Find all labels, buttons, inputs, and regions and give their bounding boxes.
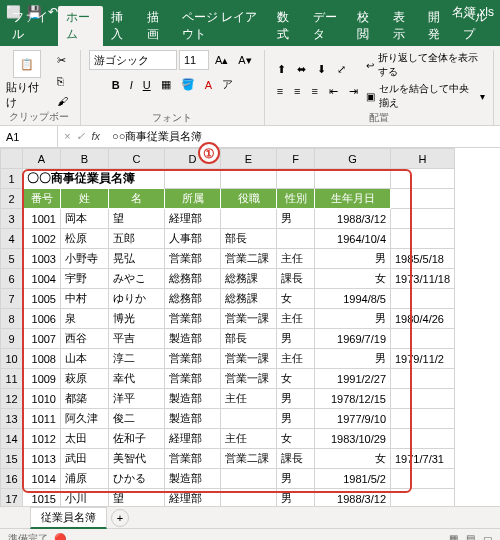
row-header[interactable]: 12 bbox=[1, 389, 23, 409]
indent-increase-icon[interactable]: ⇥ bbox=[345, 82, 362, 101]
table-header[interactable]: 名 bbox=[109, 189, 165, 209]
row-header[interactable]: 17 bbox=[1, 489, 23, 507]
view-break-icon[interactable]: ▭ bbox=[483, 533, 492, 540]
cell[interactable]: 営業部 bbox=[165, 249, 221, 269]
view-page-icon[interactable]: ▤ bbox=[466, 533, 475, 540]
cell[interactable]: 製造部 bbox=[165, 329, 221, 349]
sheet-tab[interactable]: 従業員名簿 bbox=[30, 507, 107, 529]
fill-color-button[interactable]: 🪣 bbox=[177, 75, 199, 94]
row-header[interactable]: 6 bbox=[1, 269, 23, 289]
cell[interactable]: 小川 bbox=[61, 489, 109, 507]
row-header[interactable]: 2 bbox=[1, 189, 23, 209]
cell[interactable]: 1010 bbox=[23, 389, 61, 409]
row-header[interactable]: 14 bbox=[1, 429, 23, 449]
cell[interactable]: 1013 bbox=[23, 449, 61, 469]
cell[interactable]: 五郎 bbox=[109, 229, 165, 249]
cell[interactable]: 1005 bbox=[23, 289, 61, 309]
cell[interactable]: みやこ bbox=[109, 269, 165, 289]
cell[interactable]: 幸代 bbox=[109, 369, 165, 389]
indent-decrease-icon[interactable]: ⇤ bbox=[325, 82, 342, 101]
wrap-text-button[interactable]: ↩折り返して全体を表示する bbox=[366, 51, 485, 79]
cell[interactable]: 山本 bbox=[61, 349, 109, 369]
cell[interactable]: 男 bbox=[315, 349, 391, 369]
row-header[interactable]: 15 bbox=[1, 449, 23, 469]
tab-help[interactable]: ヘルプ bbox=[455, 6, 500, 46]
cell[interactable]: 1015 bbox=[23, 489, 61, 507]
col-header-A[interactable]: A bbox=[23, 149, 61, 169]
cell[interactable]: 営業部 bbox=[165, 349, 221, 369]
row-header[interactable]: 7 bbox=[1, 289, 23, 309]
cell[interactable]: 1001 bbox=[23, 209, 61, 229]
cell[interactable]: 泉 bbox=[61, 309, 109, 329]
col-header-H[interactable]: H bbox=[391, 149, 455, 169]
font-size-select[interactable]: 11 bbox=[179, 50, 209, 70]
cell[interactable]: 営業部 bbox=[165, 449, 221, 469]
cell[interactable]: 中村 bbox=[61, 289, 109, 309]
tab-review[interactable]: 校閲 bbox=[349, 6, 384, 46]
cell[interactable]: 岡本 bbox=[61, 209, 109, 229]
cell[interactable]: 萩原 bbox=[61, 369, 109, 389]
worksheet-grid[interactable]: ABCDEFGH1〇〇商事従業員名簿2番号姓名所属役職性別生年月日31001岡本… bbox=[0, 148, 500, 506]
cell[interactable]: 洋平 bbox=[109, 389, 165, 409]
cell[interactable]: 主任 bbox=[221, 429, 277, 449]
cell[interactable]: 1988/3/12 bbox=[315, 489, 391, 507]
cell[interactable]: 経理部 bbox=[165, 209, 221, 229]
cell[interactable]: 男 bbox=[277, 469, 315, 489]
cell[interactable]: 武田 bbox=[61, 449, 109, 469]
row-header[interactable]: 9 bbox=[1, 329, 23, 349]
cell[interactable] bbox=[391, 429, 455, 449]
enter-icon[interactable]: ✓ bbox=[76, 130, 85, 143]
cell[interactable]: 1002 bbox=[23, 229, 61, 249]
cell[interactable]: 1973/11/18 bbox=[391, 269, 455, 289]
cell[interactable]: 総務課 bbox=[221, 269, 277, 289]
table-header[interactable]: 役職 bbox=[221, 189, 277, 209]
cell[interactable]: 経理部 bbox=[165, 489, 221, 507]
cell[interactable] bbox=[221, 209, 277, 229]
cell[interactable]: 小野寺 bbox=[61, 249, 109, 269]
cell[interactable]: 営業一課 bbox=[221, 369, 277, 389]
name-box[interactable]: A1 bbox=[0, 126, 58, 147]
cell[interactable]: 1969/7/19 bbox=[315, 329, 391, 349]
align-right-icon[interactable]: ≡ bbox=[308, 82, 322, 101]
cell[interactable]: 1985/5/18 bbox=[391, 249, 455, 269]
col-header-F[interactable]: F bbox=[277, 149, 315, 169]
cell[interactable]: 1979/11/2 bbox=[391, 349, 455, 369]
cell[interactable]: 1007 bbox=[23, 329, 61, 349]
cell[interactable]: 製造部 bbox=[165, 469, 221, 489]
row-header[interactable]: 13 bbox=[1, 409, 23, 429]
cell[interactable]: 1971/7/31 bbox=[391, 449, 455, 469]
cell[interactable]: 宇野 bbox=[61, 269, 109, 289]
tab-home[interactable]: ホーム bbox=[58, 6, 103, 46]
row-header[interactable]: 4 bbox=[1, 229, 23, 249]
increase-font-icon[interactable]: A▴ bbox=[211, 51, 232, 70]
cell[interactable] bbox=[391, 489, 455, 507]
table-header[interactable]: 所属 bbox=[165, 189, 221, 209]
col-header-C[interactable]: C bbox=[109, 149, 165, 169]
phonetic-button[interactable]: ア bbox=[218, 74, 237, 95]
tab-draw[interactable]: 描画 bbox=[139, 6, 174, 46]
italic-button[interactable]: I bbox=[126, 76, 137, 94]
cell[interactable]: 都築 bbox=[61, 389, 109, 409]
cell[interactable]: 製造部 bbox=[165, 409, 221, 429]
cell[interactable]: 人事部 bbox=[165, 229, 221, 249]
copy-icon[interactable]: ⎘ bbox=[53, 72, 72, 90]
tab-view[interactable]: 表示 bbox=[385, 6, 420, 46]
col-header-B[interactable]: B bbox=[61, 149, 109, 169]
cell[interactable]: 男 bbox=[277, 489, 315, 507]
cell[interactable]: 松原 bbox=[61, 229, 109, 249]
fx-icon[interactable]: fx bbox=[91, 130, 100, 143]
cell[interactable]: 1014 bbox=[23, 469, 61, 489]
tab-insert[interactable]: 挿入 bbox=[103, 6, 138, 46]
cell[interactable]: ひかる bbox=[109, 469, 165, 489]
cell[interactable]: 1006 bbox=[23, 309, 61, 329]
row-header[interactable]: 16 bbox=[1, 469, 23, 489]
cell[interactable]: 経理部 bbox=[165, 429, 221, 449]
cell[interactable]: 佐和子 bbox=[109, 429, 165, 449]
cell[interactable]: 営業一課 bbox=[221, 349, 277, 369]
bold-button[interactable]: B bbox=[108, 76, 124, 94]
cell[interactable]: 男 bbox=[315, 309, 391, 329]
cell[interactable]: 阿久津 bbox=[61, 409, 109, 429]
cell[interactable]: 営業一課 bbox=[221, 309, 277, 329]
cell[interactable]: 博光 bbox=[109, 309, 165, 329]
cell[interactable]: 浦原 bbox=[61, 469, 109, 489]
